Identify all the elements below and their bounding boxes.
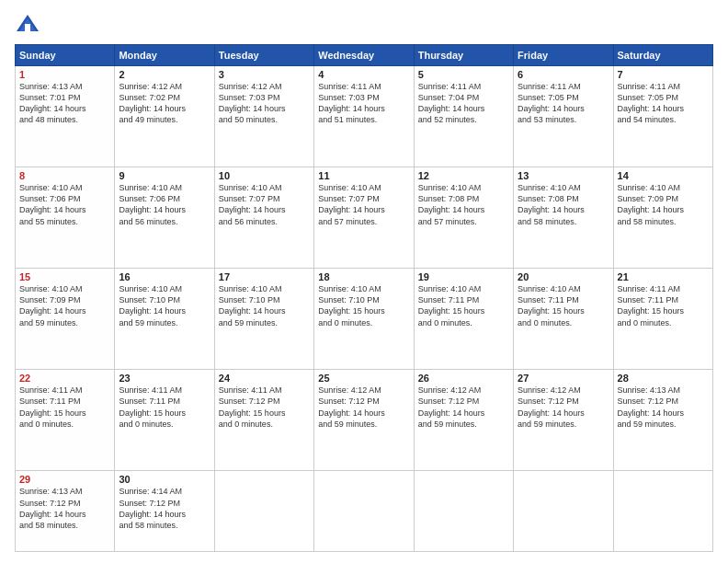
day-cell: 13Sunrise: 4:10 AM Sunset: 7:08 PM Dayli… — [514, 167, 613, 269]
day-info: Sunrise: 4:11 AM Sunset: 7:04 PM Dayligh… — [418, 81, 509, 126]
day-cell: 28Sunrise: 4:13 AM Sunset: 7:12 PM Dayli… — [613, 370, 712, 471]
day-cell: 25Sunrise: 4:12 AM Sunset: 7:12 PM Dayli… — [314, 370, 414, 471]
day-cell: 14Sunrise: 4:10 AM Sunset: 7:09 PM Dayli… — [613, 167, 712, 269]
day-info: Sunrise: 4:10 AM Sunset: 7:06 PM Dayligh… — [19, 182, 110, 227]
day-info: Sunrise: 4:10 AM Sunset: 7:09 PM Dayligh… — [19, 283, 110, 328]
day-number: 21 — [618, 271, 709, 282]
day-cell: 15Sunrise: 4:10 AM Sunset: 7:09 PM Dayli… — [16, 269, 115, 370]
day-info: Sunrise: 4:12 AM Sunset: 7:02 PM Dayligh… — [119, 81, 210, 126]
day-cell: 29Sunrise: 4:13 AM Sunset: 7:12 PM Dayli… — [16, 471, 115, 552]
day-number: 26 — [418, 373, 509, 384]
day-cell: 12Sunrise: 4:10 AM Sunset: 7:08 PM Dayli… — [414, 167, 513, 269]
day-number: 13 — [518, 170, 609, 181]
day-cell: 4Sunrise: 4:11 AM Sunset: 7:03 PM Daylig… — [314, 66, 414, 167]
day-info: Sunrise: 4:11 AM Sunset: 7:12 PM Dayligh… — [219, 385, 310, 430]
day-cell — [314, 471, 414, 552]
day-info: Sunrise: 4:11 AM Sunset: 7:11 PM Dayligh… — [119, 385, 210, 430]
svg-rect-2 — [25, 24, 30, 31]
day-cell: 22Sunrise: 4:11 AM Sunset: 7:11 PM Dayli… — [16, 370, 115, 471]
day-number: 30 — [119, 474, 210, 485]
day-cell: 27Sunrise: 4:12 AM Sunset: 7:12 PM Dayli… — [514, 370, 613, 471]
day-info: Sunrise: 4:13 AM Sunset: 7:12 PM Dayligh… — [618, 385, 709, 430]
day-cell: 30Sunrise: 4:14 AM Sunset: 7:12 PM Dayli… — [115, 471, 214, 552]
day-number: 11 — [318, 170, 409, 181]
day-info: Sunrise: 4:11 AM Sunset: 7:11 PM Dayligh… — [618, 283, 709, 328]
day-number: 20 — [518, 271, 609, 282]
day-number: 27 — [518, 373, 609, 384]
day-number: 8 — [19, 170, 110, 181]
weekday-header-thursday: Thursday — [414, 45, 513, 66]
day-number: 23 — [119, 373, 210, 384]
day-cell — [613, 471, 712, 552]
day-number: 28 — [618, 373, 709, 384]
day-number: 16 — [119, 271, 210, 282]
day-info: Sunrise: 4:10 AM Sunset: 7:10 PM Dayligh… — [318, 283, 409, 328]
day-number: 2 — [119, 69, 210, 80]
day-number: 4 — [318, 69, 409, 80]
day-info: Sunrise: 4:12 AM Sunset: 7:12 PM Dayligh… — [518, 385, 609, 430]
logo — [15, 11, 44, 37]
day-info: Sunrise: 4:13 AM Sunset: 7:01 PM Dayligh… — [19, 81, 110, 126]
day-info: Sunrise: 4:11 AM Sunset: 7:03 PM Dayligh… — [318, 81, 409, 126]
day-info: Sunrise: 4:14 AM Sunset: 7:12 PM Dayligh… — [119, 486, 210, 531]
day-cell: 8Sunrise: 4:10 AM Sunset: 7:06 PM Daylig… — [16, 167, 115, 269]
day-number: 12 — [418, 170, 509, 181]
day-cell: 26Sunrise: 4:12 AM Sunset: 7:12 PM Dayli… — [414, 370, 513, 471]
weekday-header-saturday: Saturday — [613, 45, 712, 66]
day-cell: 1Sunrise: 4:13 AM Sunset: 7:01 PM Daylig… — [16, 66, 115, 167]
day-cell: 11Sunrise: 4:10 AM Sunset: 7:07 PM Dayli… — [314, 167, 414, 269]
day-info: Sunrise: 4:10 AM Sunset: 7:07 PM Dayligh… — [219, 182, 310, 227]
calendar-page: SundayMondayTuesdayWednesdayThursdayFrid… — [0, 0, 728, 563]
day-cell: 7Sunrise: 4:11 AM Sunset: 7:05 PM Daylig… — [613, 66, 712, 167]
day-info: Sunrise: 4:12 AM Sunset: 7:12 PM Dayligh… — [318, 385, 409, 430]
day-info: Sunrise: 4:10 AM Sunset: 7:08 PM Dayligh… — [418, 182, 509, 227]
day-info: Sunrise: 4:10 AM Sunset: 7:11 PM Dayligh… — [418, 283, 509, 328]
weekday-header-friday: Friday — [514, 45, 613, 66]
day-number: 3 — [219, 69, 310, 80]
day-number: 1 — [19, 69, 110, 80]
day-number: 24 — [219, 373, 310, 384]
week-row-4: 22Sunrise: 4:11 AM Sunset: 7:11 PM Dayli… — [16, 370, 713, 471]
day-number: 18 — [318, 271, 409, 282]
day-cell: 18Sunrise: 4:10 AM Sunset: 7:10 PM Dayli… — [314, 269, 414, 370]
day-number: 7 — [618, 69, 709, 80]
day-cell — [214, 471, 313, 552]
weekday-header-row: SundayMondayTuesdayWednesdayThursdayFrid… — [16, 45, 713, 66]
day-cell: 9Sunrise: 4:10 AM Sunset: 7:06 PM Daylig… — [115, 167, 214, 269]
day-number: 29 — [19, 474, 110, 485]
day-info: Sunrise: 4:10 AM Sunset: 7:08 PM Dayligh… — [518, 182, 609, 227]
day-info: Sunrise: 4:10 AM Sunset: 7:11 PM Dayligh… — [518, 283, 609, 328]
day-number: 17 — [219, 271, 310, 282]
day-number: 22 — [19, 373, 110, 384]
week-row-5: 29Sunrise: 4:13 AM Sunset: 7:12 PM Dayli… — [16, 471, 713, 552]
header — [15, 11, 713, 37]
day-info: Sunrise: 4:10 AM Sunset: 7:10 PM Dayligh… — [119, 283, 210, 328]
week-row-2: 8Sunrise: 4:10 AM Sunset: 7:06 PM Daylig… — [16, 167, 713, 269]
day-cell: 17Sunrise: 4:10 AM Sunset: 7:10 PM Dayli… — [214, 269, 313, 370]
logo-icon — [15, 11, 40, 37]
day-number: 14 — [618, 170, 709, 181]
day-info: Sunrise: 4:12 AM Sunset: 7:12 PM Dayligh… — [418, 385, 509, 430]
day-cell: 21Sunrise: 4:11 AM Sunset: 7:11 PM Dayli… — [613, 269, 712, 370]
day-cell: 19Sunrise: 4:10 AM Sunset: 7:11 PM Dayli… — [414, 269, 513, 370]
day-number: 6 — [518, 69, 609, 80]
day-number: 10 — [219, 170, 310, 181]
day-info: Sunrise: 4:10 AM Sunset: 7:06 PM Dayligh… — [119, 182, 210, 227]
day-info: Sunrise: 4:11 AM Sunset: 7:05 PM Dayligh… — [518, 81, 609, 126]
weekday-header-sunday: Sunday — [16, 45, 115, 66]
weekday-header-monday: Monday — [115, 45, 214, 66]
weekday-header-tuesday: Tuesday — [214, 45, 313, 66]
day-number: 9 — [119, 170, 210, 181]
day-cell: 23Sunrise: 4:11 AM Sunset: 7:11 PM Dayli… — [115, 370, 214, 471]
week-row-1: 1Sunrise: 4:13 AM Sunset: 7:01 PM Daylig… — [16, 66, 713, 167]
day-cell: 24Sunrise: 4:11 AM Sunset: 7:12 PM Dayli… — [214, 370, 313, 471]
day-cell: 5Sunrise: 4:11 AM Sunset: 7:04 PM Daylig… — [414, 66, 513, 167]
day-number: 19 — [418, 271, 509, 282]
day-cell: 20Sunrise: 4:10 AM Sunset: 7:11 PM Dayli… — [514, 269, 613, 370]
day-cell: 3Sunrise: 4:12 AM Sunset: 7:03 PM Daylig… — [214, 66, 313, 167]
day-info: Sunrise: 4:11 AM Sunset: 7:11 PM Dayligh… — [19, 385, 110, 430]
day-cell: 10Sunrise: 4:10 AM Sunset: 7:07 PM Dayli… — [214, 167, 313, 269]
weekday-header-wednesday: Wednesday — [314, 45, 414, 66]
week-row-3: 15Sunrise: 4:10 AM Sunset: 7:09 PM Dayli… — [16, 269, 713, 370]
day-info: Sunrise: 4:12 AM Sunset: 7:03 PM Dayligh… — [219, 81, 310, 126]
